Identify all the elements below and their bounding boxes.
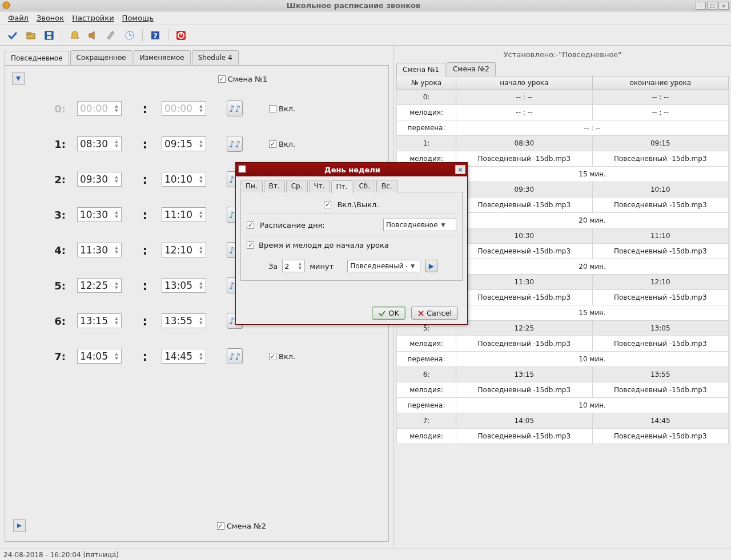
day-tab[interactable]: Пт. [331,180,353,193]
apply-icon[interactable] [6,29,19,42]
cell-start: 09:30 [456,182,592,198]
music-icon[interactable]: ♪♪ [227,348,243,364]
cell-end: 14:45 [592,413,728,429]
enable-day-label: Вкл.\Выкл. [337,200,379,209]
day-tab[interactable]: Ср. [286,180,308,192]
end-time-input[interactable]: 13:55▲▼ [162,313,206,328]
start-time-input[interactable]: 11:30▲▼ [77,243,122,257]
end-time-input[interactable]: 09:15▲▼ [162,136,206,151]
dialog-icon [238,165,247,175]
cell-start: 08:30 [456,136,592,151]
chevron-down-icon: ▼ [411,263,415,269]
end-time-input[interactable]: 12:10▲▼ [162,243,206,257]
scroll-down-button[interactable] [12,72,25,85]
music-icon[interactable]: ♪♪ [227,136,243,152]
cell-melody-end: Повседневный -15db.mp3 [592,429,728,444]
table-row: перемена:10 мин. [397,398,729,413]
day-tab[interactable]: Пн. [240,180,263,192]
menu-bell[interactable]: Звонок [37,14,64,22]
tab-schedule4[interactable]: Shedule 4 [192,50,239,65]
cell-lesson: 6: [397,367,456,382]
clock-icon[interactable] [123,29,136,42]
cell-break: 20 мин. [456,259,729,275]
dialog-close-button[interactable]: × [455,165,465,174]
bell-icon[interactable] [68,29,82,42]
day-tab[interactable]: Вс. [376,180,397,192]
end-time-input[interactable]: 14:45▲▼ [162,349,206,364]
day-tab[interactable]: Сб. [354,180,375,192]
cell-melody-start: Повседневный -15db.mp3 [456,290,592,305]
start-time-input[interactable]: 08:30▲▼ [77,136,122,151]
lesson-enable-checkbox[interactable] [269,140,276,148]
scroll-right-button[interactable] [13,519,26,532]
dialog-title: День недели [250,166,455,174]
minimize-button[interactable]: – [696,2,706,10]
table-row: мелодия:Повседневный -15db.mp3Повседневн… [397,382,729,398]
lesson-number: 1: [35,138,69,150]
end-time-input[interactable]: 11:10▲▼ [162,207,206,222]
before-minutes-spin[interactable]: 2 ▲▼ [282,260,305,272]
start-time-input[interactable]: 00:00▲▼ [77,101,122,116]
end-time-input[interactable]: 00:00▲▼ [162,101,206,116]
time-separator: : [136,349,154,364]
lesson-enable-checkbox[interactable] [269,353,276,360]
close-button[interactable]: × [718,2,729,10]
app-icon [2,1,11,10]
cell-start: 12:25 [456,321,592,336]
wrench-icon[interactable] [105,29,118,42]
lesson-number: 7: [35,350,69,362]
end-time-input[interactable]: 10:10▲▼ [162,172,206,187]
tab-everyday[interactable]: Повседневное [5,51,69,66]
prebell-checkbox[interactable] [247,241,254,249]
start-time-input[interactable]: 09:30▲▼ [77,172,122,187]
svg-marker-6 [89,31,94,39]
menu-help[interactable]: Помощь [122,14,154,22]
lesson-number: 4: [35,244,69,256]
save-icon[interactable] [42,29,56,42]
tab-variable[interactable]: Изменяемое [134,50,191,65]
help-icon[interactable]: ? [148,29,162,42]
start-time-input[interactable]: 13:15▲▼ [77,313,122,328]
cell-break: 10 мин. [456,398,729,413]
table-row: мелодия:Повседневный -15db.mp3Повседневн… [397,429,729,444]
lesson-row: 0:00:00▲▼:00:00▲▼♪♪Вкл. [12,91,381,126]
shift1-checkbox[interactable] [218,75,226,83]
enable-label: Вкл. [279,104,295,113]
cell-break-label: перемена: [397,352,456,367]
shift2-checkbox[interactable] [217,522,224,530]
power-icon[interactable] [174,29,188,42]
cell-break: 20 мин. [456,213,729,228]
menu-file[interactable]: Файл [8,14,29,22]
day-tab[interactable]: Чт. [309,180,330,192]
cell-end: 10:10 [592,182,728,198]
subtab-shift1[interactable]: Смена №1 [396,63,445,76]
play-button[interactable]: ▶ [425,260,437,272]
speaker-icon[interactable] [86,29,100,42]
lesson-enable-checkbox[interactable] [269,105,276,112]
menu-settings[interactable]: Настройки [72,14,114,22]
cell-break-label: перемена: [397,120,456,136]
cell-melody-end: Повседневный -15db.mp3 [592,382,728,398]
cancel-button[interactable]: Cancel [411,307,458,320]
day-tab[interactable]: Вт. [264,180,285,192]
maximize-button[interactable]: □ [707,2,717,10]
prebell-melody-combo[interactable]: Повседневный -15 ▼ [347,260,420,272]
start-time-input[interactable]: 12:25▲▼ [77,278,122,293]
start-time-input[interactable]: 14:05▲▼ [77,349,122,364]
open-icon[interactable] [24,29,38,42]
tab-short[interactable]: Сокращенное [70,50,132,65]
weekday-dialog: День недели × Пн.Вт.Ср.Чт.Пт.Сб.Вс. Вкл.… [235,162,468,325]
music-icon[interactable]: ♪♪ [227,100,243,116]
ok-button[interactable]: OK [372,307,405,320]
start-time-input[interactable]: 10:30▲▼ [77,207,122,222]
enable-day-checkbox[interactable] [324,201,331,208]
table-row: мелодия:Повседневный -15db.mp3Повседневн… [397,336,729,352]
day-schedule-checkbox[interactable] [247,221,254,229]
lesson-number: 5: [35,280,69,292]
day-schedule-combo[interactable]: Повседневное ▼ [383,219,456,231]
subtab-shift2[interactable]: Смена №2 [447,62,496,76]
end-time-input[interactable]: 13:05▲▼ [162,278,206,293]
cell-break: -- : -- [456,120,729,136]
cell-break-label: перемена: [397,398,456,413]
enable-label: Вкл. [279,140,295,148]
